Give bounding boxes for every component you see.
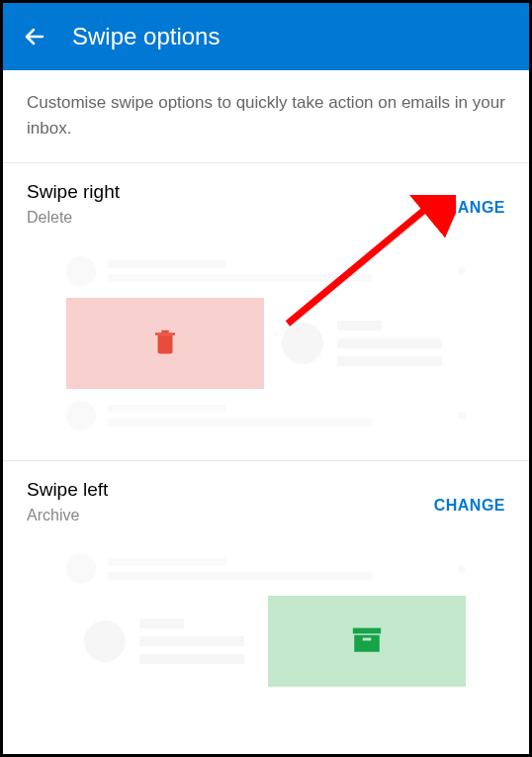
dot-placeholder — [458, 412, 466, 420]
section-title-group: Swipe left Archive — [27, 479, 108, 524]
change-button[interactable]: CHANGE — [434, 479, 505, 515]
text-placeholder — [139, 618, 250, 664]
avatar-placeholder — [84, 620, 126, 662]
swipe-left-action: Archive — [27, 507, 108, 524]
list-item — [264, 298, 466, 389]
page-description: Customise swipe options to quickly take … — [3, 70, 529, 163]
text-placeholder — [108, 558, 446, 580]
list-item — [27, 393, 505, 438]
swipe-demo-row — [66, 298, 466, 389]
swipe-left-title: Swipe left — [27, 479, 108, 501]
avatar-placeholder — [66, 401, 96, 430]
svg-rect-4 — [354, 635, 380, 652]
delete-action-block — [66, 298, 264, 389]
swipe-right-preview — [27, 248, 505, 460]
page-title: Swipe options — [72, 23, 220, 50]
section-header: Swipe left Archive CHANGE — [27, 479, 505, 524]
list-item — [66, 596, 268, 687]
archive-action-block — [268, 596, 466, 687]
section-header: Swipe right Delete CHANGE — [27, 181, 505, 227]
back-icon[interactable] — [23, 25, 46, 48]
app-header: Swipe options — [3, 3, 529, 70]
swipe-right-title: Swipe right — [27, 181, 120, 203]
swipe-left-section: Swipe left Archive CHANGE — [3, 461, 529, 712]
section-title-group: Swipe right Delete — [27, 181, 120, 227]
text-placeholder — [337, 321, 448, 366]
swipe-right-section: Swipe right Delete CHANGE — [3, 163, 529, 461]
avatar-placeholder — [66, 256, 96, 286]
archive-icon — [350, 624, 384, 658]
text-placeholder — [108, 260, 446, 282]
trash-icon — [150, 325, 180, 362]
swipe-left-preview — [27, 546, 505, 712]
svg-rect-5 — [363, 638, 372, 641]
dot-placeholder — [458, 565, 466, 573]
svg-rect-3 — [353, 628, 381, 634]
swipe-right-action: Delete — [27, 209, 120, 227]
list-item — [27, 546, 505, 592]
avatar-placeholder — [66, 554, 96, 584]
avatar-placeholder — [282, 323, 323, 364]
swipe-demo-row — [66, 596, 466, 687]
dot-placeholder — [458, 267, 466, 275]
list-item — [27, 248, 505, 294]
text-placeholder — [108, 405, 446, 426]
change-button[interactable]: CHANGE — [434, 181, 505, 217]
